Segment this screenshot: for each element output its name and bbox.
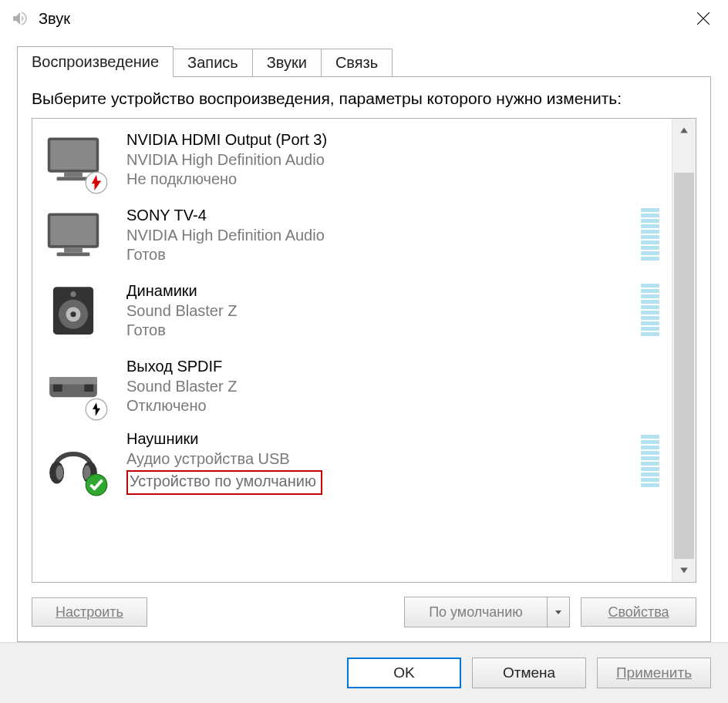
svg-rect-35 xyxy=(641,332,659,336)
level-meter xyxy=(641,284,659,338)
svg-rect-28 xyxy=(641,294,659,298)
tab-strip: Воспроизведение Запись Звуки Связь xyxy=(17,46,711,76)
svg-rect-8 xyxy=(50,216,96,245)
svg-rect-4 xyxy=(64,173,83,177)
scroll-thumb[interactable] xyxy=(674,173,694,559)
chevron-up-icon xyxy=(679,126,689,135)
device-status-highlighted: Устройство по умолчанию xyxy=(126,470,322,495)
svg-rect-37 xyxy=(49,377,97,385)
unplugged-badge-icon xyxy=(85,171,108,194)
window-title: Звук xyxy=(39,10,685,28)
scroll-track[interactable] xyxy=(672,142,696,559)
dialog-footer: OK Отмена Применить xyxy=(0,642,728,703)
svg-rect-3 xyxy=(50,140,96,170)
monitor-icon xyxy=(40,202,106,268)
svg-rect-54 xyxy=(641,478,659,482)
titlebar: Звук xyxy=(0,0,728,37)
apply-button: Применить xyxy=(597,658,711,688)
device-list-frame: NVIDIA HDMI Output (Port 3) NVIDIA High … xyxy=(32,118,696,583)
svg-point-25 xyxy=(70,291,76,297)
disabled-badge-icon xyxy=(85,398,108,421)
svg-rect-16 xyxy=(641,235,659,239)
device-item-headphones[interactable]: Наушники Аудио устройства USB Устройство… xyxy=(32,424,672,500)
device-item-speakers[interactable]: Динамики Sound Blaster Z Готов xyxy=(32,273,672,348)
svg-rect-26 xyxy=(641,284,659,288)
svg-rect-29 xyxy=(641,300,659,304)
svg-rect-38 xyxy=(84,385,93,392)
svg-rect-51 xyxy=(641,462,659,466)
svg-rect-9 xyxy=(64,248,83,253)
svg-point-24 xyxy=(70,311,76,317)
svg-point-43 xyxy=(56,466,63,480)
svg-rect-46 xyxy=(641,435,659,439)
svg-rect-14 xyxy=(641,224,659,228)
svg-rect-55 xyxy=(641,483,659,487)
svg-rect-39 xyxy=(53,385,62,392)
device-name: Динамики xyxy=(126,281,641,301)
svg-rect-17 xyxy=(641,240,659,244)
headphones-icon xyxy=(40,429,106,495)
device-status: Не подключено xyxy=(126,170,664,190)
scrollbar[interactable] xyxy=(672,119,696,582)
set-default-button: По умолчанию xyxy=(405,597,547,627)
panel-buttons: Настроить По умолчанию Свойства xyxy=(32,597,696,627)
configure-button: Настроить xyxy=(32,597,147,627)
device-item-spdif[interactable]: Выход SPDIF Sound Blaster Z Отключено xyxy=(32,348,672,424)
level-meter xyxy=(641,208,659,262)
monitor-icon xyxy=(40,126,106,193)
chevron-down-icon xyxy=(679,566,689,575)
sound-dialog: Звук Воспроизведение Запись Звуки Связь … xyxy=(0,0,728,703)
tab-sounds[interactable]: Звуки xyxy=(252,49,322,76)
device-item-nvidia-hdmi[interactable]: NVIDIA HDMI Output (Port 3) NVIDIA High … xyxy=(32,122,672,197)
svg-rect-49 xyxy=(641,451,659,455)
svg-rect-48 xyxy=(641,446,659,449)
svg-rect-50 xyxy=(641,456,659,460)
device-name: SONY TV-4 xyxy=(126,206,641,226)
device-status: Готов xyxy=(126,245,641,265)
device-name: Выход SPDIF xyxy=(126,357,664,377)
sound-icon xyxy=(11,9,29,28)
properties-button: Свойства xyxy=(581,597,696,627)
level-meter xyxy=(641,435,659,489)
svg-rect-11 xyxy=(641,208,659,212)
chevron-down-icon xyxy=(554,608,562,616)
close-icon xyxy=(696,12,710,25)
svg-rect-33 xyxy=(641,321,659,325)
spdif-icon xyxy=(40,353,106,419)
svg-rect-52 xyxy=(641,467,659,471)
instruction-text: Выберите устройство воспроизведения, пар… xyxy=(32,88,696,109)
scroll-up-button[interactable] xyxy=(672,119,696,142)
svg-rect-19 xyxy=(641,251,659,255)
speaker-icon xyxy=(40,278,106,344)
tab-playback[interactable]: Воспроизведение xyxy=(17,46,174,77)
close-button[interactable] xyxy=(685,0,722,37)
cancel-button[interactable]: Отмена xyxy=(472,658,586,688)
device-name: NVIDIA HDMI Output (Port 3) xyxy=(126,130,664,150)
svg-rect-30 xyxy=(641,305,659,309)
svg-rect-27 xyxy=(641,289,659,293)
ok-button[interactable]: OK xyxy=(347,658,461,688)
svg-rect-20 xyxy=(641,257,659,261)
device-name: Наушники xyxy=(126,429,641,449)
svg-rect-18 xyxy=(641,246,659,250)
default-check-badge-icon xyxy=(85,473,108,496)
set-default-dropdown-arrow xyxy=(547,597,569,627)
svg-rect-34 xyxy=(641,327,659,331)
svg-rect-32 xyxy=(641,316,659,320)
playback-panel: Выберите устройство воспроизведения, пар… xyxy=(17,76,711,642)
svg-rect-12 xyxy=(641,214,659,217)
device-subtitle: NVIDIA High Definition Audio xyxy=(126,150,664,170)
svg-rect-53 xyxy=(641,473,659,476)
svg-rect-47 xyxy=(641,440,659,444)
tab-communications[interactable]: Связь xyxy=(321,49,393,76)
svg-rect-15 xyxy=(641,230,659,234)
device-list[interactable]: NVIDIA HDMI Output (Port 3) NVIDIA High … xyxy=(32,119,672,582)
device-subtitle: Sound Blaster Z xyxy=(126,377,664,397)
svg-rect-10 xyxy=(57,253,90,257)
svg-rect-31 xyxy=(641,311,659,314)
set-default-split-button: По умолчанию xyxy=(404,597,570,627)
tab-recording[interactable]: Запись xyxy=(173,49,253,76)
device-subtitle: Аудио устройства USB xyxy=(126,449,641,469)
device-item-sony-tv[interactable]: SONY TV-4 NVIDIA High Definition Audio Г… xyxy=(32,197,672,273)
scroll-down-button[interactable] xyxy=(672,559,696,582)
